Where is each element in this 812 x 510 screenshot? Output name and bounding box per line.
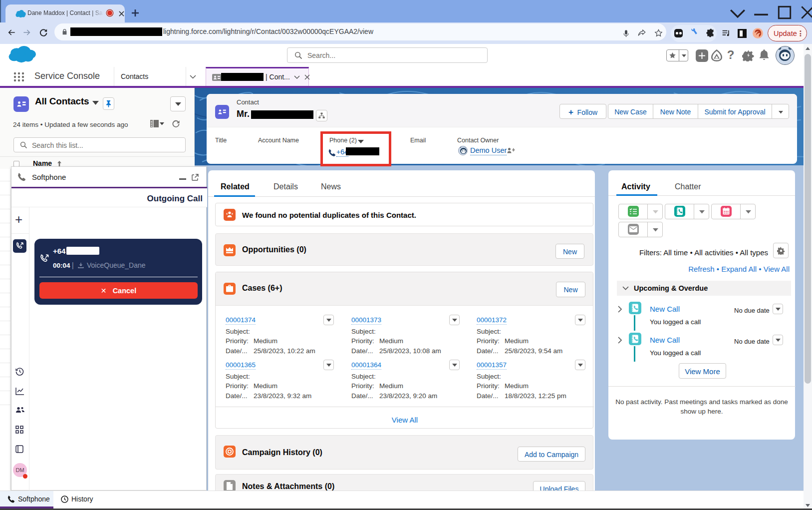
svg-text:?: ? bbox=[727, 48, 735, 61]
